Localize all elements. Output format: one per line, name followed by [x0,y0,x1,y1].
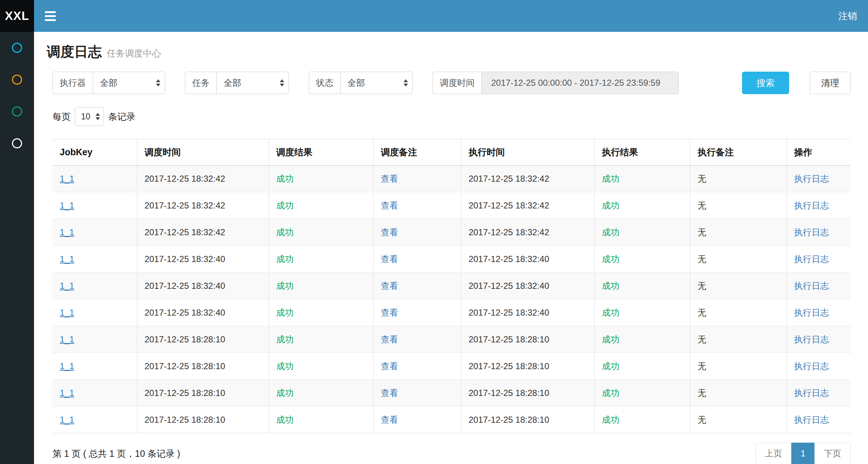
trigger-result-cell: 成功 [269,380,374,406]
trigger-msg-link[interactable]: 查看 [381,201,398,210]
table-row: 1_12017-12-25 18:28:10成功查看2017-12-25 18:… [52,353,851,380]
sidebar-item-4[interactable] [0,127,34,159]
exec-log-link[interactable]: 执行日志 [794,174,829,184]
handle-time-cell: 2017-12-25 18:32:40 [461,299,594,326]
table-row: 1_12017-12-25 18:32:40成功查看2017-12-25 18:… [52,299,851,326]
trigger-time-cell: 2017-12-25 18:32:40 [137,299,269,326]
col-trigger-result: 调度结果 [269,139,374,165]
sidebar-item-3[interactable] [0,96,34,127]
exec-log-link[interactable]: 执行日志 [794,388,829,398]
exec-log-link[interactable]: 执行日志 [794,201,829,210]
handle-result-cell: 成功 [594,380,690,406]
executor-select[interactable]: 全部 [93,72,165,94]
exec-log-link[interactable]: 执行日志 [794,281,829,291]
trigger-time-cell: 2017-12-25 18:28:10 [137,353,269,380]
time-range-input[interactable]: 2017-12-25 00:00:00 - 2017-12-25 23:59:5… [481,72,679,94]
page-size-select[interactable]: 10 [75,107,104,126]
trigger-msg-link[interactable]: 查看 [381,174,398,184]
sidebar-toggle-button[interactable] [34,0,67,32]
handle-result-cell: 成功 [594,219,690,246]
job-filter: 任务 全部 [185,72,289,94]
clear-button[interactable]: 清理 [810,72,851,94]
trigger-time-cell: 2017-12-25 18:28:10 [137,326,269,353]
trigger-time-cell: 2017-12-25 18:32:40 [137,246,269,273]
jobkey-link[interactable]: 1_1 [60,174,74,184]
exec-log-link[interactable]: 执行日志 [794,254,829,264]
log-table-wrap: JobKey 调度时间 调度结果 调度备注 执行时间 执行结果 执行备注 操作 … [52,139,851,433]
trigger-result-cell: 成功 [269,192,374,219]
table-row: 1_12017-12-25 18:32:42成功查看2017-12-25 18:… [52,219,851,246]
table-row: 1_12017-12-25 18:32:42成功查看2017-12-25 18:… [52,192,851,219]
jobkey-link[interactable]: 1_1 [60,201,74,210]
table-footer: 第 1 页 ( 总共 1 页，10 条记录 ) 上页 1 下页 [52,443,851,464]
trigger-msg-link[interactable]: 查看 [381,334,398,344]
exec-log-link[interactable]: 执行日志 [794,227,829,237]
next-page-button[interactable]: 下页 [814,443,851,464]
search-button[interactable]: 搜索 [742,72,789,94]
table-row: 1_12017-12-25 18:32:40成功查看2017-12-25 18:… [52,273,851,299]
handle-time-cell: 2017-12-25 18:32:42 [461,192,594,219]
page-subtitle: 任务调度中心 [107,48,161,58]
trigger-msg-link[interactable]: 查看 [381,281,398,291]
circle-outline-icon [12,43,22,53]
jobkey-link[interactable]: 1_1 [60,254,74,264]
trigger-msg-link[interactable]: 查看 [381,254,398,264]
trigger-time-cell: 2017-12-25 18:28:10 [137,406,269,433]
sidebar [0,32,34,464]
handle-msg-cell: 无 [690,192,787,219]
jobkey-link[interactable]: 1_1 [60,415,74,425]
executor-filter: 执行器 全部 [52,72,165,94]
handle-msg-cell: 无 [690,273,787,299]
content-area: 调度日志任务调度中心 执行器 全部 任务 全部 状态 [34,0,868,464]
handle-msg-cell: 无 [690,326,787,353]
jobkey-link[interactable]: 1_1 [60,308,74,317]
jobkey-link[interactable]: 1_1 [60,334,74,344]
app-logo[interactable]: XXL [0,0,34,32]
exec-log-link[interactable]: 执行日志 [794,308,829,317]
trigger-time-cell: 2017-12-25 18:32:42 [137,165,269,192]
trigger-result-cell: 成功 [269,165,374,192]
trigger-msg-link[interactable]: 查看 [381,308,398,317]
jobkey-link[interactable]: 1_1 [60,361,74,371]
table-header-row: JobKey 调度时间 调度结果 调度备注 执行时间 执行结果 执行备注 操作 [52,139,851,165]
top-navbar: XXL 注销 [0,0,868,32]
trigger-msg-link[interactable]: 查看 [381,388,398,398]
handle-msg-cell: 无 [690,219,787,246]
jobkey-link[interactable]: 1_1 [60,281,74,291]
trigger-msg-link[interactable]: 查看 [381,415,398,425]
logout-button[interactable]: 注销 [827,0,868,32]
trigger-time-cell: 2017-12-25 18:28:10 [137,380,269,406]
table-row: 1_12017-12-25 18:28:10成功查看2017-12-25 18:… [52,380,851,406]
job-select[interactable]: 全部 [216,72,289,94]
exec-log-link[interactable]: 执行日志 [794,334,829,344]
status-select[interactable]: 全部 [340,72,413,94]
sidebar-item-2[interactable] [0,64,34,96]
handle-msg-cell: 无 [690,165,787,192]
col-trigger-time: 调度时间 [137,139,269,165]
log-box: 执行器 全部 任务 全部 状态 全部 [52,72,851,464]
trigger-result-cell: 成功 [269,299,374,326]
col-handle-time: 执行时间 [461,139,594,165]
trigger-result-cell: 成功 [269,406,374,433]
trigger-msg-link[interactable]: 查看 [381,227,398,237]
exec-log-link[interactable]: 执行日志 [794,415,829,425]
handle-result-cell: 成功 [594,299,690,326]
page-size-suffix-label: 条记录 [108,111,135,123]
status-filter: 状态 全部 [309,72,413,94]
sidebar-item-1[interactable] [0,32,34,64]
log-table-body: 1_12017-12-25 18:32:42成功查看2017-12-25 18:… [52,165,851,433]
trigger-time-cell: 2017-12-25 18:32:42 [137,219,269,246]
exec-log-link[interactable]: 执行日志 [794,361,829,371]
jobkey-link[interactable]: 1_1 [60,388,74,398]
trigger-msg-link[interactable]: 查看 [381,361,398,371]
handle-msg-cell: 无 [690,353,787,380]
handle-time-cell: 2017-12-25 18:32:42 [461,165,594,192]
table-row: 1_12017-12-25 18:32:42成功查看2017-12-25 18:… [52,165,851,192]
page-1-button[interactable]: 1 [791,443,815,464]
prev-page-button[interactable]: 上页 [755,443,792,464]
jobkey-link[interactable]: 1_1 [60,227,74,237]
col-trigger-msg: 调度备注 [373,139,461,165]
time-range-filter: 调度时间 2017-12-25 00:00:00 - 2017-12-25 23… [433,72,679,94]
handle-time-cell: 2017-12-25 18:32:40 [461,246,594,273]
col-jobkey: JobKey [52,139,137,165]
